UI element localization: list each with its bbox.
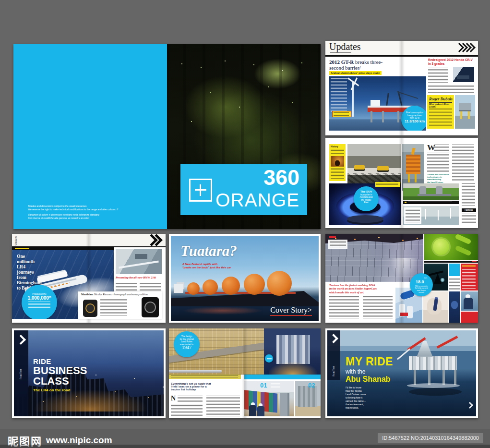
body-text: [329, 296, 359, 319]
chevron-right-icon: [16, 335, 26, 345]
number-02: 02: [308, 382, 315, 389]
windfarm-photo: Fuel consumption has gone down from 12 t…: [329, 76, 426, 131]
cover-title-word: ORANGE: [215, 190, 299, 211]
base-splash: [407, 383, 460, 388]
badge-smalltext: [28, 302, 50, 308]
bottom-edge: [0, 445, 490, 448]
pipes-headline3: tractor list holiday: [171, 388, 241, 391]
page-forward-icon: [466, 402, 473, 409]
speed-badge: 18.0m/s With a completeflat belly pan an…: [410, 273, 433, 296]
caption-strip: [169, 375, 241, 379]
gtr-headline-tail: breaks three-: [354, 59, 382, 65]
pipes-spread: The designfor the original Land Roverwas…: [169, 328, 321, 418]
silo-tower: [280, 393, 289, 416]
red-block: [461, 312, 478, 323]
updates-header-subline: [330, 52, 351, 54]
dump-truck: [354, 165, 365, 170]
badge-line: East: [354, 201, 379, 204]
jackup-legs: [370, 111, 372, 122]
sub-line: “peaks on the back” just like this car: [182, 266, 231, 269]
strip-bar: [424, 261, 478, 263]
sidebar-label: RoadTest: [19, 351, 22, 379]
history-text: [331, 168, 344, 180]
wind-turbines-photo: [403, 206, 459, 225]
honda-headline: Redesigned 2012 Honda CR-V in 3 grades: [428, 58, 475, 66]
dump-truck: [377, 166, 389, 170]
forward-arrows-icon: [456, 44, 474, 51]
truck-caption: [375, 182, 400, 187]
lng-dome: [222, 277, 240, 295]
microbe-rod: [454, 234, 471, 244]
landrover-badge: The designfor the original Land Roverwas…: [174, 331, 200, 357]
gas-burner-photo: The SUV is popular in Australia and the …: [329, 183, 401, 225]
pipes-article: Everything’s set up such that I felt I w…: [171, 382, 241, 391]
platform-legs: [408, 174, 410, 182]
cover-title-number: 360: [263, 165, 299, 190]
roger-body: [429, 108, 452, 126]
disclaimer-line: Shades and dimensions subject to the usu…: [28, 205, 118, 208]
energy-spread: History W Tuatara and innovative technol…: [325, 138, 478, 228]
badge-year: 1947: [174, 346, 200, 349]
disclaimer-line: We reserve the right to make technical m…: [28, 208, 118, 211]
myride-spread: RoadTest MY RIDE with the Abu Shanab I’d…: [325, 328, 478, 418]
cover-title-banner: 360 ORANGE: [180, 164, 307, 215]
history-title: History: [331, 145, 338, 148]
roger-sub: What makes it Born Loser?: [429, 103, 453, 108]
platform-topside: [459, 103, 471, 111]
headline-line: which made this work of art.: [329, 291, 377, 294]
platform-reflection: [409, 388, 462, 396]
dna-headline: Tuatara has the fastest evolving DNA in …: [329, 283, 377, 294]
platform-structure: [406, 155, 420, 174]
test-tube-photo: [423, 291, 448, 323]
plant-structures: [298, 386, 317, 407]
lng-dome: [267, 271, 292, 296]
microbes-photo: [424, 234, 478, 260]
badge-big: 18.0: [416, 279, 424, 284]
mini-badge: [265, 354, 273, 363]
watch-photo-black: [142, 297, 159, 317]
famous-list: [462, 214, 476, 225]
red-crane: [437, 336, 458, 349]
dam-photo: [325, 234, 423, 282]
tanker-bridge: [174, 284, 183, 293]
cover-front-photo: 360 ORANGE: [167, 44, 321, 229]
history-text: [331, 149, 344, 155]
history-photo: [331, 156, 344, 167]
gtr-headline-line2: second barrier/: [329, 65, 361, 71]
roger-title: Roger Dubuis: [429, 97, 453, 101]
red-label: [400, 313, 408, 316]
tuatara-subhead: A New Zealand reptile with “peaks on the…: [182, 263, 231, 269]
million-badge: Produced the 1,000,000th: [22, 285, 57, 319]
dam-spread: Tuatara has the fastest evolving DNA in …: [325, 234, 478, 323]
plant-dusk-photo: RoadTest RIDE BUSINESS CLASS The LR4 on …: [14, 330, 164, 416]
burner-base: [347, 215, 383, 223]
worker-figure: [464, 298, 473, 309]
solar-field-photo: The designfor the original Land Roverwas…: [169, 328, 264, 375]
montblanc-headline: Montblanc Nicolas Rieussec chronograph a…: [81, 293, 159, 296]
plant-lights: [181, 63, 182, 64]
worker-figures: [249, 405, 256, 416]
badge-big: 1,000,000th: [22, 295, 57, 301]
watermark-id: ID:5467522 NO:20140310164349882000: [378, 433, 483, 443]
honda-photo: [453, 67, 474, 82]
updates-header-band: Updates: [12, 234, 166, 247]
headline-line: journeys: [17, 270, 42, 275]
cover-back-page: Shades and dimensions subject to the usu…: [13, 44, 167, 229]
body-text: [434, 145, 449, 151]
pipeline-pipe: [418, 194, 451, 196]
red-tag: [329, 236, 336, 238]
headline-line: in the world an does Shelby SuperCars: [329, 287, 377, 290]
foreground-pipes: [169, 370, 222, 373]
light-glow: [441, 278, 444, 282]
microbe-sphere: [433, 239, 449, 255]
body-text: [462, 183, 475, 206]
body-text: [452, 145, 474, 181]
cover-disclaimer: Shades and dimensions subject to the usu…: [28, 205, 118, 220]
bmw-deck-photo: [116, 249, 162, 274]
headline-line: from: [17, 275, 42, 280]
flare-boom: [411, 147, 415, 155]
suv-badge: The SUV is popular in Australia and the …: [354, 186, 379, 211]
headline-line: One: [17, 254, 42, 259]
ride-tagline: The LR4 on the road: [33, 388, 87, 392]
containers-photo: [244, 381, 294, 416]
